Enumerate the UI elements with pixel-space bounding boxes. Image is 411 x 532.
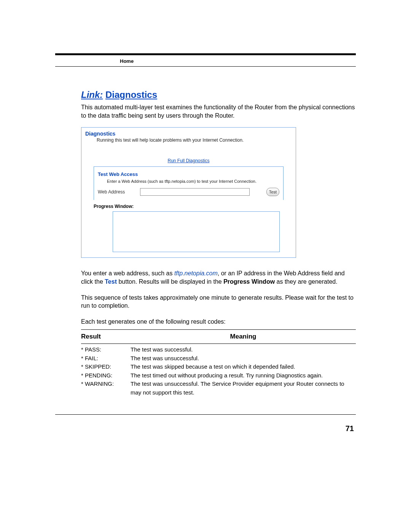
heading-prefix: Link:: [81, 89, 103, 100]
progress-window-label: Progress Window:: [94, 204, 284, 209]
result-table-wrap: Result Meaning * PASS: The test was succ…: [81, 329, 356, 397]
result-meaning: The test was unsuccessful.: [131, 354, 356, 363]
web-address-row: Web Address Test: [98, 188, 279, 196]
result-meaning: The test was unsuccessful. The Service P…: [131, 380, 356, 397]
panel-subtitle: Running this test will help locate probl…: [97, 137, 292, 143]
header-section-label: Home: [55, 58, 356, 66]
table-row: * SKIPPED: The test was skipped because …: [81, 363, 356, 371]
result-code: * PASS:: [81, 345, 131, 354]
header-meaning: Meaning: [131, 333, 356, 340]
test-web-access-title: Test Web Access: [98, 171, 279, 177]
web-address-input[interactable]: [140, 188, 250, 196]
run-full-diagnostics-link[interactable]: Run Full Diagnostics: [85, 158, 292, 163]
result-code: * FAIL:: [81, 354, 131, 363]
content-area: Link: Diagnostics This automated multi-l…: [55, 67, 356, 397]
result-code: * SKIPPED:: [81, 363, 131, 371]
progress-window-ref: Progress Window: [223, 278, 275, 285]
table-mid-rule: [81, 343, 356, 344]
page-container: Home Link: Diagnostics This automated mu…: [0, 0, 411, 532]
table-row: * PASS: The test was successful.: [81, 345, 356, 354]
intro-paragraph: This automated multi-layer test examines…: [81, 103, 356, 120]
table-row: * WARNING: The test was unsuccessful. Th…: [81, 380, 356, 397]
example-address: tftp.netopia.com: [174, 270, 218, 276]
instruction-paragraph-3: Each test generates one of the following…: [81, 318, 356, 326]
footer-rule: [55, 414, 356, 415]
result-code: * PENDING:: [81, 371, 131, 380]
panel-title: Diagnostics: [85, 131, 292, 137]
header-result: Result: [81, 333, 131, 340]
table-top-rule: [81, 329, 356, 330]
instruction-paragraph-1: You enter a web address, such as tftp.ne…: [81, 269, 356, 286]
result-table-header-row: Result Meaning: [81, 331, 356, 342]
text-fragment: as they are generated.: [275, 278, 338, 285]
test-web-access-box: Test Web Access Enter a Web Address (suc…: [94, 166, 284, 200]
result-meaning: The test timed out without producing a r…: [131, 371, 356, 380]
instruction-paragraph-2: This sequence of tests takes approximate…: [81, 294, 356, 310]
progress-area: Progress Window:: [94, 204, 284, 252]
web-address-label: Web Address: [98, 189, 125, 195]
table-row: * PENDING: The test timed out without pr…: [81, 371, 356, 380]
section-heading: Link: Diagnostics: [81, 89, 356, 100]
progress-window-box: [113, 211, 280, 252]
result-meaning: The test was skipped because a test on w…: [131, 363, 356, 371]
result-meaning: The test was successful.: [131, 345, 356, 354]
test-button-ref: Test: [105, 278, 117, 285]
text-fragment: You enter a web address, such as: [81, 270, 174, 276]
test-button[interactable]: Test: [266, 188, 279, 196]
diagnostics-panel: Diagnostics Running this test will help …: [81, 127, 296, 258]
result-code: * WARNING:: [81, 380, 131, 397]
table-row: * FAIL: The test was unsuccessful.: [81, 354, 356, 363]
page-number: 71: [346, 424, 354, 433]
text-fragment: button. Results will be displayed in the: [117, 278, 223, 285]
heading-main: Diagnostics: [105, 89, 157, 100]
test-web-access-desc: Enter a Web Address (such as tftp.netopi…: [107, 179, 279, 184]
top-thick-rule: [55, 53, 356, 55]
result-table-body: * PASS: The test was successful. * FAIL:…: [81, 345, 356, 397]
